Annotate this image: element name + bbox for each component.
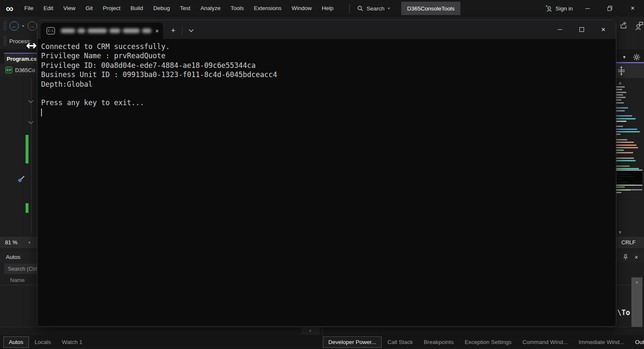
powershell-path-fragment: \To <box>617 308 630 317</box>
navigate-back-button[interactable]: ← <box>10 21 19 31</box>
new-tab-button[interactable]: + <box>167 24 179 37</box>
minimap-line <box>615 192 621 193</box>
tab-program-cs[interactable]: Program.cs <box>4 53 37 64</box>
window-controls: × <box>576 0 644 17</box>
panel-tab-command-wind[interactable]: Command Wind... <box>517 337 573 347</box>
menu-edit[interactable]: Edit <box>39 0 58 17</box>
menu-view[interactable]: View <box>58 0 80 17</box>
sign-in-person-icon <box>545 5 553 12</box>
minimize-button[interactable] <box>576 0 599 17</box>
split-editor-handle-icon[interactable] <box>617 66 626 75</box>
change-tracking-bar <box>26 135 29 163</box>
terminal-tab[interactable]: C:\ × <box>41 23 163 39</box>
menu-build[interactable]: Build <box>125 0 148 17</box>
feedback-person-icon[interactable] <box>634 21 644 31</box>
terminal-maximize-button[interactable] <box>571 20 592 39</box>
scroll-up-arrow-icon[interactable]: ▲ <box>618 80 622 85</box>
minimap-line <box>615 129 637 130</box>
autos-panel-title: Autos <box>0 254 21 260</box>
sign-in-button[interactable]: Sign in <box>545 0 573 17</box>
minimap-line <box>615 107 628 109</box>
minimap-line <box>615 139 627 140</box>
minimap-line <box>615 94 623 96</box>
menu-analyze[interactable]: Analyze <box>195 0 226 17</box>
menu-tools[interactable]: Tools <box>226 0 249 17</box>
menu-file[interactable]: File <box>19 0 39 17</box>
title-bar: ∞ FileEditViewGitProjectBuildDebugTestAn… <box>0 0 644 17</box>
minimap-line <box>615 118 636 119</box>
terminal-minimize-button[interactable] <box>549 20 571 39</box>
search-box[interactable]: Search ▾ <box>357 5 390 12</box>
share-icon[interactable] <box>619 21 628 30</box>
scroll-down-arrow-icon[interactable]: ▼ <box>618 230 622 235</box>
menu-help[interactable]: Help <box>317 0 339 17</box>
minimap-line <box>615 145 636 146</box>
minimap-line <box>615 99 621 101</box>
navigate-back-caret-icon[interactable]: ▾ <box>22 24 24 28</box>
panel-tab-watch-1[interactable]: Watch 1 <box>57 337 88 347</box>
restore-button[interactable] <box>599 0 621 17</box>
terminal-line <box>41 89 616 98</box>
breadcrumb-project[interactable]: D365Co <box>15 67 35 73</box>
visual-studio-logo-icon: ∞ <box>0 0 19 17</box>
breadcrumb: C# D365Co <box>0 64 37 76</box>
menu-project[interactable]: Project <box>98 0 125 17</box>
active-document-badge[interactable]: D365ConsoleTools <box>401 2 460 15</box>
scrollbar-up-arrow-icon[interactable]: ▲ <box>631 278 642 286</box>
csharp-file-icon: C# <box>5 67 12 73</box>
minimap-line <box>615 152 633 153</box>
collapse-chevron-icon[interactable] <box>28 121 34 124</box>
menu-debug[interactable]: Debug <box>148 0 175 17</box>
panel-tab-developer-power[interactable]: Developer Power... <box>323 336 382 348</box>
tab-list-caret-icon[interactable]: ▼ <box>622 55 626 59</box>
gear-icon[interactable] <box>633 54 640 61</box>
menu-test[interactable]: Test <box>175 0 195 17</box>
column-header-name[interactable]: Name <box>0 277 25 283</box>
toolbar-grip-icon[interactable] <box>3 21 6 31</box>
console-window: C:\ × + × Connected to CRM successfully.… <box>37 20 616 327</box>
tab-dropdown-chevron-icon[interactable] <box>185 24 197 37</box>
panel-tab-immediate-wind[interactable]: Immediate Wind... <box>574 337 629 347</box>
menu-git[interactable]: Git <box>80 0 98 17</box>
panel-divider <box>322 327 322 335</box>
close-button[interactable]: × <box>621 0 644 17</box>
minimap-line <box>615 158 634 159</box>
panel-tab-output[interactable]: Output <box>630 337 644 347</box>
close-panel-icon[interactable]: × <box>634 253 638 261</box>
minimap-line <box>615 147 638 148</box>
panel-tab-autos[interactable]: Autos <box>3 336 29 348</box>
zoom-level[interactable]: 81 % <box>5 239 18 246</box>
minimap-line <box>615 150 624 151</box>
terminal-tab-close-icon[interactable]: × <box>155 27 159 34</box>
panel-tab-breakpoints[interactable]: Breakpoints <box>419 337 459 347</box>
panel-tab-exception-settings[interactable]: Exception Settings <box>460 337 517 347</box>
pin-icon[interactable] <box>623 254 628 260</box>
minimap-line <box>615 97 626 98</box>
menu-extensions[interactable]: Extensions <box>249 0 287 17</box>
minimap-line <box>615 121 626 122</box>
navigate-forward-button[interactable]: → <box>28 21 37 31</box>
minimap-line <box>615 115 632 116</box>
terminal-output[interactable]: Connected to CRM successfully.Privilege … <box>37 39 616 327</box>
panel-tab-locals[interactable]: Locals <box>30 337 56 347</box>
panel-tab-call-stack[interactable]: Call Stack <box>382 337 418 347</box>
terminal-line: Privilege Name : prvReadQuote <box>41 51 616 60</box>
bottom-panel-tab-strip: AutosLocalsWatch 1 Developer Power...Cal… <box>0 335 644 349</box>
toolbar-grip-icon[interactable] <box>3 36 6 47</box>
sign-in-label: Sign in <box>556 5 573 12</box>
collapse-chevron-icon[interactable] <box>28 100 34 103</box>
zoom-caret-icon[interactable]: ▾ <box>29 240 31 245</box>
terminal-close-button[interactable]: × <box>592 20 614 39</box>
minimap-highlight-line <box>615 189 642 190</box>
panel-scroll-caret[interactable]: ▼ <box>301 327 319 335</box>
terminal-line: Privilege ID: 00a8d04e-ede7-4884-ae18-09… <box>41 61 616 70</box>
minimap-viewport[interactable] <box>615 170 642 186</box>
minimap-line <box>615 126 623 127</box>
minimap-line <box>615 102 624 103</box>
terminal-line: Press any key to exit... <box>41 98 616 107</box>
line-ending-indicator[interactable]: CRLF <box>621 239 636 246</box>
screwdriver-icon[interactable] <box>18 175 25 183</box>
menu-window[interactable]: Window <box>287 0 317 17</box>
minimap-line <box>615 186 625 188</box>
editor-splitter-box <box>614 63 644 78</box>
